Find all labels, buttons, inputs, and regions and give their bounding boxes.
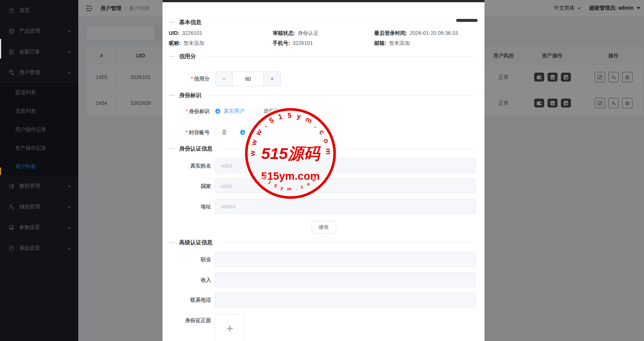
stepper-increase-button[interactable]: +	[263, 72, 280, 86]
scrollbar-artifact-light	[0, 39, 1, 59]
radio-selected-icon	[215, 109, 220, 114]
section-basic-info: 基本信息	[169, 19, 477, 26]
auth-field-input[interactable]	[215, 199, 476, 214]
radio-option[interactable]: 否	[240, 129, 254, 136]
credit-score-value[interactable]: 80	[233, 72, 263, 86]
modal-scroll-chip	[456, 19, 477, 22]
radio-option[interactable]: 是	[213, 129, 227, 136]
radio-group: 真实用户虚拟用户	[162, 107, 348, 115]
auth-field-label: 国家	[162, 179, 211, 193]
basic-info-field: 最后登录时间:2026-01-20 09:36:33	[374, 30, 458, 36]
section-auth-info: 身份认证信息	[169, 145, 477, 152]
app-root: { "sidebar": { "active_color": "#409eff"…	[0, 0, 644, 341]
radio-option-label: 是	[222, 129, 227, 136]
advanced-field-label: 联系电话	[162, 292, 211, 307]
modify-button[interactable]: 修改	[312, 221, 336, 234]
auth-field-input[interactable]	[215, 158, 476, 173]
credit-score-label: *信用分	[162, 76, 210, 82]
basic-info-field: 邮箱:暂未添加	[374, 40, 410, 46]
radio-option-label: 否	[249, 129, 254, 136]
radio-unselected-icon	[255, 109, 260, 114]
modal-top-strip	[162, 0, 484, 2]
credit-score-stepper: − 80 +	[216, 72, 281, 86]
radio-option[interactable]: 虚拟用户	[255, 107, 284, 115]
radio-selected-icon	[240, 130, 245, 135]
advanced-field-input[interactable]	[215, 252, 476, 267]
advanced-field-label: 职业	[162, 252, 211, 267]
section-identity-flag: 身份标识	[169, 92, 477, 99]
user-edit-dialog: 基本信息 UID:3226101审核状态:身份认证最后登录时间:2026-01-…	[162, 2, 484, 341]
radio-group: 是否	[162, 129, 348, 136]
radio-option-label: 虚拟用户	[263, 108, 284, 115]
advanced-field-input[interactable]	[215, 292, 476, 307]
radio-unselected-icon	[213, 130, 218, 135]
section-advanced-info: 高级认证信息	[169, 239, 477, 246]
section-credit-score: 信用分	[169, 53, 477, 60]
stepper-decrease-button[interactable]: −	[216, 72, 233, 86]
radio-option-label: 真实用户	[224, 108, 244, 115]
basic-info-field: UID:3226101	[169, 30, 202, 36]
auth-field-label: 真实姓名	[162, 158, 211, 173]
basic-info-field: 审核状态:身份认证	[273, 30, 319, 36]
radio-option[interactable]: 真实用户	[215, 107, 244, 115]
advanced-field-label: 收入	[162, 272, 211, 287]
scrollbar-artifact-orange	[0, 168, 1, 175]
basic-info-field: 昵称:暂未添加	[169, 40, 204, 46]
id-card-front-label: 身份证正面	[162, 313, 211, 328]
auth-field-input[interactable]	[215, 179, 476, 193]
basic-info-field: 手机号:3226101	[273, 40, 313, 46]
auth-field-label: 地址	[162, 199, 211, 214]
plus-icon: +	[226, 322, 233, 334]
id-card-upload[interactable]: +	[215, 314, 245, 341]
advanced-field-input[interactable]	[215, 272, 476, 287]
